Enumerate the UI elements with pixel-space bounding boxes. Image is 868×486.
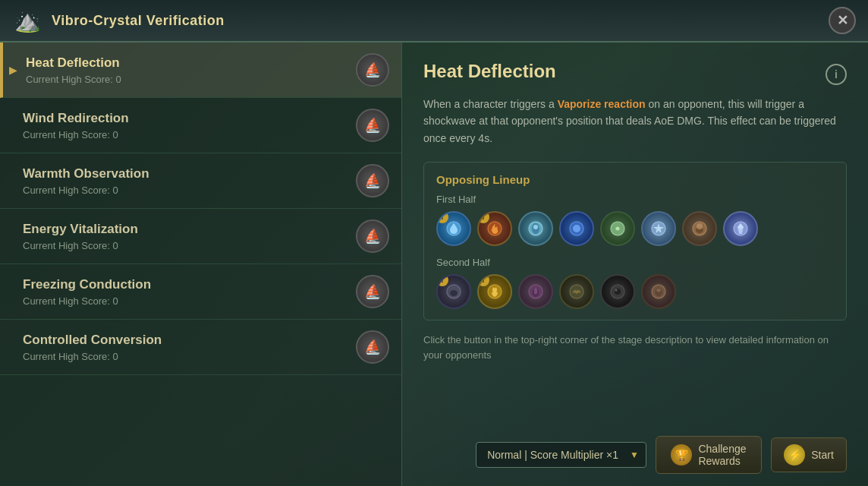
challenge-line1: Challenge <box>698 443 746 455</box>
first-half-enemy-row: ! ! <box>436 211 834 246</box>
dark5-enemy-svg <box>650 283 667 300</box>
app-icon: ⛰️ <box>12 5 42 36</box>
challenge-text: Challenge Rewards <box>698 443 746 467</box>
stage-badge: ⛵ <box>356 109 389 142</box>
lineup-title: Opposing Lineup <box>436 173 834 186</box>
dark3-enemy-svg <box>568 283 585 300</box>
stage-item-heat-deflection[interactable]: ▶ Heat Deflection Current High Score: 0 … <box>0 43 401 98</box>
dark1-enemy-svg <box>445 283 462 300</box>
enemy-icon-cryo2 <box>641 211 676 246</box>
svg-point-6 <box>573 225 580 232</box>
stage-score: Current High Score: 0 <box>23 240 356 251</box>
stage-badge: ⛵ <box>356 219 389 253</box>
stage-item-left: Warmth Observation Current High Score: 0 <box>23 166 356 196</box>
stage-name: Energy Vitalization <box>23 222 356 237</box>
enemy-icon-crystal <box>723 211 758 246</box>
stage-item-left: Controlled Conversion Current High Score… <box>23 333 356 362</box>
brown1-enemy-svg <box>691 220 708 237</box>
stage-name: Heat Deflection <box>26 55 356 71</box>
stage-badge: ⛵ <box>356 330 389 364</box>
svg-point-11 <box>697 223 703 229</box>
svg-point-21 <box>615 289 618 292</box>
right-panel: Heat Deflection i When a character trigg… <box>402 43 868 486</box>
close-button[interactable]: ✕ <box>829 7 856 34</box>
cryo-enemy-svg <box>527 220 544 237</box>
description-prefix: When a character triggers a <box>423 98 558 110</box>
detail-title: Heat Deflection <box>423 61 556 82</box>
stage-name: Freezing Conduction <box>23 277 356 292</box>
main-panel: ⛰️ Vibro-Crystal Verification ✕ ▶ Heat D… <box>0 0 868 486</box>
enemy-icon-brown1 <box>682 211 717 246</box>
stage-item-left: Wind Redirection Current High Score: 0 <box>23 111 356 140</box>
stage-name: Wind Redirection <box>23 111 356 126</box>
stage-score: Current High Score: 0 <box>23 185 356 196</box>
stage-item-warmth-observation[interactable]: Warmth Observation Current High Score: 0… <box>0 153 401 209</box>
detail-header: Heat Deflection i <box>423 61 847 85</box>
enemy-icon-dark1: ! <box>436 274 471 309</box>
hydro2-enemy-svg <box>568 220 585 237</box>
enemy-icon-dark5 <box>641 274 676 309</box>
challenge-icon: 🏆 <box>671 444 692 465</box>
title-bar: ⛰️ Vibro-Crystal Verification ✕ <box>0 0 868 43</box>
enemy-icon-dark2 <box>518 274 553 309</box>
start-icon: ⚡ <box>784 444 805 465</box>
stage-score: Current High Score: 0 <box>23 351 356 362</box>
pyro2-enemy-svg <box>486 283 503 300</box>
detail-description: When a character triggers a Vaporize rea… <box>423 96 847 147</box>
challenge-rewards-button[interactable]: 🏆 Challenge Rewards <box>656 436 762 474</box>
description-highlight: Vaporize reaction <box>558 98 646 110</box>
enemy-icon-anemo <box>600 211 635 246</box>
anemo-enemy-svg <box>609 220 626 237</box>
svg-point-14 <box>450 290 458 296</box>
lineup-container: Opposing Lineup First Half ! ! <box>423 162 847 320</box>
stage-item-left: Energy Vitalization Current High Score: … <box>23 222 356 251</box>
enemy-icon-dark3 <box>559 274 594 309</box>
crystal-enemy-svg <box>732 220 749 237</box>
enemy-icon-hydro2 <box>559 211 594 246</box>
difficulty-select[interactable]: Normal | Score Multiplier ×1 <box>476 442 646 468</box>
active-arrow-icon: ▶ <box>9 64 17 76</box>
app-title: Vibro-Crystal Verification <box>52 13 225 29</box>
dark4-enemy-svg <box>609 283 626 300</box>
stage-item-controlled-conversion[interactable]: Controlled Conversion Current High Score… <box>0 320 401 375</box>
enemy-icon-cryo <box>518 211 553 246</box>
info-button[interactable]: i <box>826 64 847 85</box>
challenge-line2: Rewards <box>698 455 740 467</box>
stage-score: Current High Score: 0 <box>23 295 356 307</box>
stage-name: Warmth Observation <box>23 166 356 181</box>
stage-score: Current High Score: 0 <box>23 129 356 140</box>
stage-name: Controlled Conversion <box>23 333 356 348</box>
second-half-enemy-row: ! ! <box>436 274 834 309</box>
dark2-enemy-svg <box>527 283 544 300</box>
stage-badge: ⛵ <box>356 164 389 197</box>
enemy-icon-hydro: ! <box>436 211 471 246</box>
enemy-icon-dark4 <box>600 274 635 309</box>
svg-point-4 <box>533 225 538 229</box>
lineup-hint: Click the button in the top-right corner… <box>423 333 847 362</box>
pyro-enemy-svg <box>486 220 503 237</box>
second-half-label: Second Half <box>436 257 834 268</box>
stage-item-left: Freezing Conduction Current High Score: … <box>23 277 356 307</box>
enemy-icon-pyro: ! <box>477 211 512 246</box>
stage-item-freezing-conduction[interactable]: Freezing Conduction Current High Score: … <box>0 264 401 320</box>
first-half-label: First Half <box>436 194 834 205</box>
difficulty-select-wrapper[interactable]: Normal | Score Multiplier ×1 ▼ <box>476 442 646 468</box>
stage-item-energy-vitalization[interactable]: Energy Vitalization Current High Score: … <box>0 209 401 264</box>
bottom-controls: Normal | Score Multiplier ×1 ▼ 🏆 Challen… <box>423 436 847 474</box>
enemy-icon-pyro2: ! <box>477 274 512 309</box>
start-label: Start <box>811 449 834 461</box>
stage-badge: ⛵ <box>356 275 389 308</box>
stage-item-left: Heat Deflection Current High Score: 0 <box>26 55 356 85</box>
cryo2-enemy-svg <box>650 220 667 237</box>
stage-item-wind-redirection[interactable]: Wind Redirection Current High Score: 0 ⛵ <box>0 98 401 153</box>
sidebar: ▶ Heat Deflection Current High Score: 0 … <box>0 43 402 486</box>
stage-badge: ⛵ <box>356 53 389 87</box>
stage-score: Current High Score: 0 <box>26 74 356 85</box>
hydro-enemy-svg <box>445 220 462 237</box>
content-area: ▶ Heat Deflection Current High Score: 0 … <box>0 43 868 486</box>
start-button[interactable]: ⚡ Start <box>771 437 847 472</box>
difficulty-label: Normal | Score Multiplier ×1 <box>487 449 618 461</box>
